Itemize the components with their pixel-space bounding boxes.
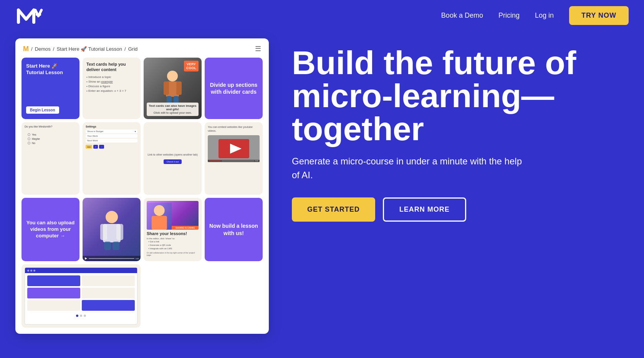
card-photo: VERYCOOL Text cards can also have images… <box>144 58 202 119</box>
mini-card-3 <box>27 288 80 298</box>
mockup-header: M / Demos / Start Here 🚀 Tutorial Lesson… <box>22 45 263 53</box>
breadcrumb-logo: M <box>23 45 29 53</box>
svg-rect-17 <box>152 216 167 230</box>
quiz-option-yes[interactable]: Yes <box>28 133 73 136</box>
breadcrumb-grid[interactable]: Grid <box>128 46 138 52</box>
breadcrumb-sep2: / <box>53 46 55 52</box>
hero-buttons: GET STARTED LEARN MORE <box>292 197 629 222</box>
dot1 <box>27 270 29 272</box>
link-check-button[interactable]: Check it out <box>164 159 182 164</box>
upload-label: You can also upload videos from your com… <box>26 220 75 239</box>
book-demo-link[interactable]: Book a Demo <box>441 12 483 20</box>
svg-rect-10 <box>100 224 107 240</box>
login-link[interactable]: Log in <box>535 12 554 20</box>
mini-card-1 <box>27 275 80 286</box>
card-divider: Divide up sections with divider cards <box>205 58 263 119</box>
mini-card-6 <box>82 300 135 311</box>
svg-rect-11 <box>116 224 123 240</box>
settings-label: Settings <box>86 125 137 128</box>
svg-rect-3 <box>176 81 182 95</box>
link-btn-row: Check it out <box>147 159 199 164</box>
share-title: Share your lessons! <box>147 231 199 236</box>
svg-rect-2 <box>164 81 169 95</box>
logo[interactable] <box>15 3 46 28</box>
breadcrumb-lesson[interactable]: Start Here 🚀 Tutorial Lesson <box>56 46 122 52</box>
settings-btn-1[interactable]: ●●● <box>86 145 92 149</box>
divider-label: Divide up sections with divider cards <box>209 81 258 95</box>
learn-more-button[interactable]: LEARN MORE <box>383 197 466 222</box>
settings-btn-3[interactable]: → <box>99 145 104 149</box>
quiz-question: Do you like Mindsmith? <box>25 125 76 128</box>
hero-title: Build the future of micro-learning— toge… <box>292 46 629 145</box>
video-inner <box>83 198 141 261</box>
mini-card-4 <box>82 288 135 298</box>
hero-subtitle: Generate a micro-course in under a minut… <box>292 154 522 182</box>
breadcrumb-sep1: / <box>31 46 33 52</box>
control-dot-2 <box>80 315 82 317</box>
svg-rect-13 <box>113 242 119 250</box>
screenshot-body <box>25 273 137 313</box>
card-embed: You can embed websites like youtube vide… <box>205 122 263 195</box>
embed-video[interactable]: 0:42 <box>208 135 260 162</box>
dot3 <box>33 270 35 272</box>
main-content: M / Demos / Start Here 🚀 Tutorial Lesson… <box>0 31 644 349</box>
breadcrumb: M / Demos / Start Here 🚀 Tutorial Lesson… <box>23 45 137 53</box>
control-dot-1 <box>76 315 78 317</box>
share-image: SHARING IS CARING <box>147 201 199 230</box>
card-text-help: Text cards help you deliver content • In… <box>83 58 141 119</box>
share-badge: SHARING IS CARING <box>172 226 199 230</box>
settings-row-1: Show in Budget● <box>86 129 137 133</box>
photo-card-label: Text cards can also have images and gifs… <box>147 103 199 116</box>
dot2 <box>30 270 32 272</box>
breadcrumb-sep3: / <box>124 46 126 52</box>
settings-btn-2[interactable]: ✓ <box>93 145 98 149</box>
nav-links: Book a Demo Pricing Log in TRY NOW <box>441 6 629 25</box>
svg-point-16 <box>154 205 165 216</box>
share-text: In the editor, click 'share' to: <box>147 237 199 240</box>
card-grid: Start Here 🚀 Tutorial Lesson Begin Lesso… <box>22 58 263 328</box>
screenshot-inner <box>25 267 137 325</box>
svg-point-8 <box>106 211 118 223</box>
embed-text: You can embed websites like youtube vide… <box>208 125 260 133</box>
get-started-button[interactable]: GET STARTED <box>292 197 375 222</box>
try-now-button[interactable]: TRY NOW <box>569 6 629 25</box>
quiz-option-maybe[interactable]: Maybe <box>28 138 73 140</box>
card-build[interactable]: Now build a lesson with us! <box>205 198 263 261</box>
very-cool-badge: VERYCOOL <box>184 61 199 71</box>
svg-marker-14 <box>85 257 87 260</box>
card-upload[interactable]: You can also upload videos from your com… <box>22 198 79 261</box>
svg-point-0 <box>167 71 178 81</box>
mini-card-5 <box>27 300 80 311</box>
link-text: Link to other websites (opens another ta… <box>147 153 199 157</box>
settings-buttons: ●●● ✓ → <box>86 145 137 149</box>
card-settings: Settings Show in Budget● Your Work Next … <box>83 122 141 195</box>
screen-controls <box>25 313 137 318</box>
app-mockup: M / Demos / Start Here 🚀 Tutorial Lesson… <box>15 38 269 334</box>
quiz-option-no[interactable]: No <box>28 142 73 144</box>
card-quiz: Do you like Mindsmith? Yes Maybe No <box>22 122 79 195</box>
mini-card-2 <box>82 275 135 286</box>
share-list: • Get a link • Generate a QR code • Inte… <box>148 240 199 250</box>
settings-row-3: Next Work <box>86 139 137 143</box>
hero-section: Build the future of micro-learning— toge… <box>292 38 629 222</box>
begin-lesson-button[interactable]: Begin Lesson <box>26 106 59 114</box>
control-dot-3 <box>84 315 86 317</box>
card-start-title: Start Here 🚀 Tutorial Lesson <box>26 63 75 76</box>
card-video: 0:08 <box>83 198 141 261</box>
card-screenshot <box>22 264 141 328</box>
build-label: Now build a lesson with us! <box>209 222 258 236</box>
menu-icon[interactable]: ☰ <box>255 45 261 53</box>
text-card-label: Text cards help you deliver content <box>86 61 137 73</box>
navbar: Book a Demo Pricing Log in TRY NOW <box>0 0 644 31</box>
card-start-here[interactable]: Start Here 🚀 Tutorial Lesson Begin Lesso… <box>22 58 79 119</box>
pricing-link[interactable]: Pricing <box>498 12 520 20</box>
text-card-content: • Introduce a topic • Show an example • … <box>86 75 137 93</box>
settings-row-2: Your Work <box>86 134 137 138</box>
share-extra: Or add collaborators in the top right co… <box>147 252 199 256</box>
card-share: SHARING IS CARING Share your lessons! In… <box>144 198 202 261</box>
svg-rect-12 <box>104 242 111 250</box>
card-link: Link to other websites (opens another ta… <box>144 122 202 195</box>
breadcrumb-demos[interactable]: Demos <box>35 46 51 52</box>
screenshot-top-bar <box>25 268 137 273</box>
